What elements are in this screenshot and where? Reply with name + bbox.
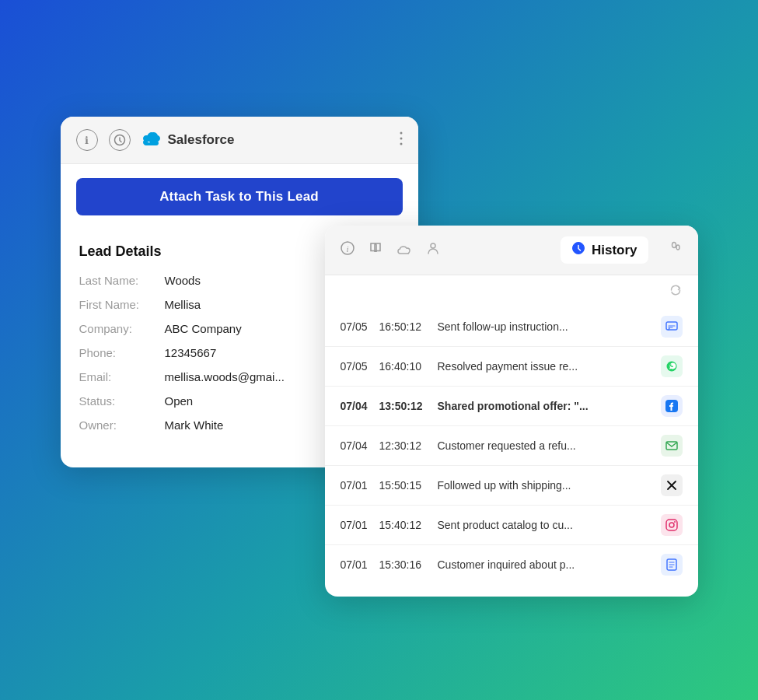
history-active-tab[interactable]: History bbox=[561, 236, 648, 264]
history-cloud-icon[interactable] bbox=[396, 243, 412, 258]
history-text: Shared promotional offer: "... bbox=[438, 400, 653, 412]
attach-button-row: Attach Task to This Lead bbox=[61, 164, 418, 229]
channel-icon-facebook bbox=[661, 395, 683, 417]
clock-icon[interactable] bbox=[109, 129, 131, 151]
history-date: 07/05 bbox=[341, 360, 372, 373]
history-text: Customer inquired about p... bbox=[438, 558, 653, 571]
field-label-email: Email: bbox=[79, 370, 165, 383]
field-value-first-name: Mellisa bbox=[165, 298, 201, 311]
svg-rect-16 bbox=[666, 520, 677, 530]
history-text: Customer requested a refu... bbox=[438, 439, 653, 452]
history-date: 07/01 bbox=[341, 558, 372, 571]
history-time: 15:40:12 bbox=[379, 519, 430, 531]
field-value-last-name: Woods bbox=[165, 274, 201, 287]
history-footprint-icon[interactable] bbox=[669, 241, 683, 259]
history-list: 07/05 16:50:12 Sent follow-up instructio… bbox=[325, 304, 698, 597]
info-icon[interactable]: ℹ bbox=[76, 129, 98, 151]
svg-point-2 bbox=[400, 137, 402, 139]
svg-point-6 bbox=[431, 243, 435, 248]
history-date: 07/05 bbox=[341, 320, 372, 333]
channel-icon-sms bbox=[661, 316, 683, 338]
field-value-phone: 12345667 bbox=[165, 346, 217, 359]
field-label-first-name: First Name: bbox=[79, 298, 165, 311]
svg-point-9 bbox=[672, 243, 676, 248]
history-time: 15:50:15 bbox=[379, 479, 430, 492]
history-book-icon[interactable] bbox=[369, 241, 382, 259]
history-card: i bbox=[325, 226, 698, 597]
field-label-company: Company: bbox=[79, 322, 165, 335]
history-header: i bbox=[325, 226, 698, 275]
history-date: 07/04 bbox=[341, 400, 372, 412]
history-row-bold[interactable]: 07/04 13:50:12 Shared promotional offer:… bbox=[325, 387, 698, 426]
history-text: Resolved payment issue re... bbox=[438, 360, 653, 373]
channel-icon-whatsapp bbox=[661, 355, 683, 377]
field-value-owner: Mark White bbox=[165, 418, 224, 432]
svg-point-3 bbox=[400, 142, 402, 145]
history-time: 12:30:12 bbox=[379, 439, 430, 452]
channel-icon-x bbox=[661, 474, 683, 496]
field-value-status: Open bbox=[165, 394, 194, 408]
history-row[interactable]: 07/05 16:50:12 Sent follow-up instructio… bbox=[325, 307, 698, 347]
field-label-status: Status: bbox=[79, 394, 165, 408]
refresh-icon[interactable] bbox=[669, 283, 683, 301]
history-row[interactable]: 07/04 12:30:12 Customer requested a refu… bbox=[325, 426, 698, 466]
field-value-email: mellisa.woods@gmai... bbox=[165, 370, 285, 383]
history-date: 07/01 bbox=[341, 519, 372, 531]
history-text: Sent product catalog to cu... bbox=[438, 519, 653, 531]
history-time: 16:50:12 bbox=[379, 320, 430, 333]
field-label-owner: Owner: bbox=[79, 418, 165, 432]
svg-point-1 bbox=[400, 131, 402, 134]
history-date: 07/04 bbox=[341, 439, 372, 452]
channel-icon-instagram bbox=[661, 514, 683, 536]
history-date: 07/01 bbox=[341, 479, 372, 492]
history-time: 13:50:12 bbox=[379, 400, 430, 412]
field-value-company: ABC Company bbox=[165, 322, 242, 335]
history-row[interactable]: 07/01 15:30:16 Customer inquired about p… bbox=[325, 545, 698, 584]
history-person-icon[interactable] bbox=[426, 241, 440, 259]
history-clock-icon bbox=[571, 241, 585, 259]
salesforce-title: Salesforce bbox=[168, 132, 235, 148]
history-info-icon[interactable]: i bbox=[341, 241, 355, 259]
field-label-phone: Phone: bbox=[79, 346, 165, 359]
lead-card-header: ℹ Salesforce bbox=[61, 117, 418, 164]
channel-icon-email bbox=[661, 435, 683, 457]
history-text: Sent follow-up instruction... bbox=[438, 320, 653, 333]
attach-task-button[interactable]: Attach Task to This Lead bbox=[76, 178, 403, 215]
salesforce-brand: Salesforce bbox=[141, 130, 389, 150]
refresh-row bbox=[325, 275, 698, 304]
svg-point-18 bbox=[674, 521, 676, 523]
svg-point-10 bbox=[676, 245, 679, 250]
svg-point-17 bbox=[669, 523, 674, 527]
salesforce-cloud-icon bbox=[141, 130, 162, 150]
history-tab-label: History bbox=[592, 243, 637, 258]
svg-text:i: i bbox=[346, 244, 348, 254]
history-time: 16:40:10 bbox=[379, 360, 430, 373]
more-options-icon[interactable] bbox=[400, 131, 403, 149]
history-time: 15:30:16 bbox=[379, 558, 430, 571]
channel-icon-note bbox=[661, 554, 683, 576]
history-row[interactable]: 07/01 15:40:12 Sent product catalog to c… bbox=[325, 506, 698, 545]
history-row[interactable]: 07/05 16:40:10 Resolved payment issue re… bbox=[325, 347, 698, 387]
field-label-last-name: Last Name: bbox=[79, 274, 165, 287]
history-row[interactable]: 07/01 15:50:15 Followed up with shipping… bbox=[325, 466, 698, 506]
history-text: Followed up with shipping... bbox=[438, 479, 653, 492]
